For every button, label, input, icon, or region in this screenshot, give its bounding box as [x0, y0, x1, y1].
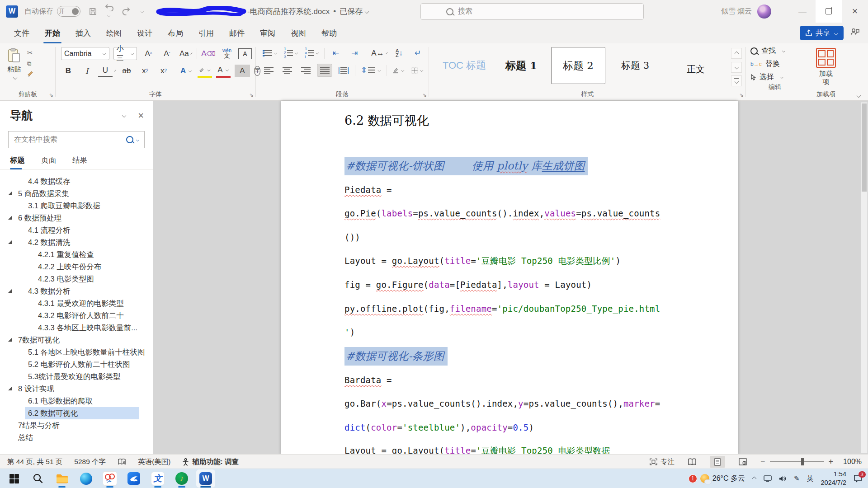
- font-name-select[interactable]: Cambria: [61, 47, 109, 60]
- word-app-icon[interactable]: W: [6, 5, 18, 18]
- collapse-triangle-icon[interactable]: [8, 338, 12, 342]
- section-heading[interactable]: 6.2 数据可视化: [344, 113, 675, 129]
- italic-button[interactable]: I: [80, 65, 94, 77]
- borders-button[interactable]: [410, 64, 425, 76]
- distribute-button[interactable]: ||: [336, 64, 351, 76]
- menu-tab-引用[interactable]: 引用: [191, 23, 222, 43]
- clock[interactable]: 1:54 2024/7/2: [821, 470, 846, 487]
- font-dialog-launcher[interactable]: ⇘: [249, 93, 254, 98]
- taskbar-search-icon[interactable]: [28, 469, 47, 488]
- nav-tab-页面[interactable]: 页面: [41, 155, 56, 169]
- numbered-list-button[interactable]: 123: [283, 47, 299, 59]
- nav-heading-item[interactable]: 4.2.1 重复值检查: [0, 249, 153, 261]
- taskbar-docsapp-icon[interactable]: 文: [148, 469, 167, 488]
- nav-heading-item[interactable]: 4.2.3 电影类型图: [0, 273, 153, 285]
- justify-button[interactable]: [317, 64, 332, 77]
- menu-tab-插入[interactable]: 插入: [68, 23, 99, 43]
- collapse-triangle-icon[interactable]: [8, 387, 12, 390]
- weather-widget[interactable]: 1 26°C 多云: [689, 474, 745, 483]
- autosave-toggle[interactable]: 开: [57, 6, 80, 17]
- input-language-indicator[interactable]: 英: [807, 474, 814, 483]
- align-center-button[interactable]: [280, 64, 294, 76]
- menu-tab-设计[interactable]: 设计: [129, 23, 160, 43]
- focus-mode-button[interactable]: 专注: [650, 457, 675, 467]
- collapse-triangle-icon[interactable]: [8, 289, 12, 293]
- bold-button[interactable]: B: [61, 65, 75, 77]
- nav-search-input[interactable]: 在文档中搜索: [8, 131, 145, 148]
- nav-pane-chevron[interactable]: [122, 113, 127, 118]
- clear-formatting-button[interactable]: A⌫: [201, 47, 216, 60]
- document-page[interactable]: 6.2 数据可视化 #数据可视化-饼状图 使用 plotly 库生成饼图Pied…: [281, 101, 738, 455]
- align-left-button[interactable]: [261, 64, 276, 76]
- nav-heading-item[interactable]: 4.3.3 各地区上映电影数量前...: [0, 322, 153, 334]
- phonetic-guide-button[interactable]: wén文: [220, 47, 234, 60]
- styles-more-button[interactable]: [731, 75, 742, 86]
- style-card-h2[interactable]: 标题 2: [551, 47, 605, 84]
- addins-button[interactable]: 加载项: [810, 47, 842, 89]
- language-status[interactable]: 英语(美国): [138, 457, 170, 467]
- taskbar-start-icon[interactable]: [5, 469, 24, 488]
- collapse-triangle-icon[interactable]: [8, 240, 12, 244]
- strikethrough-button[interactable]: ab: [119, 65, 134, 77]
- redo-button[interactable]: [122, 7, 131, 15]
- qat-customize-chevron[interactable]: [141, 9, 144, 13]
- styles-scroll-down-button[interactable]: [731, 62, 742, 73]
- menu-tab-开始[interactable]: 开始: [37, 23, 68, 43]
- select-button[interactable]: 选择: [750, 72, 802, 82]
- shading-button[interactable]: [391, 64, 406, 76]
- menu-tab-文件[interactable]: 文件: [6, 23, 37, 43]
- cut-button[interactable]: ✂: [27, 49, 34, 57]
- taskbar-word-icon[interactable]: W: [196, 469, 215, 488]
- undo-button[interactable]: [104, 3, 114, 19]
- nav-heading-item[interactable]: 4.1 流程分析: [0, 224, 153, 236]
- nav-heading-item[interactable]: 4.3.2 电影评价人数前二十: [0, 310, 153, 322]
- nav-heading-item[interactable]: 6 数据预处理: [0, 212, 153, 224]
- comments-icon[interactable]: [850, 28, 860, 38]
- styles-scroll-up-button[interactable]: [731, 48, 742, 59]
- zoom-in-button[interactable]: +: [829, 457, 834, 467]
- nav-heading-item[interactable]: 总结: [0, 432, 153, 444]
- restore-button[interactable]: [816, 0, 842, 23]
- underline-chevron[interactable]: [114, 70, 116, 72]
- nav-tab-结果[interactable]: 结果: [72, 155, 87, 169]
- character-shading-button[interactable]: A: [235, 65, 250, 77]
- increase-indent-button[interactable]: ⇥: [347, 47, 362, 59]
- nav-heading-item[interactable]: 8 设计实现: [0, 383, 153, 395]
- show-marks-button[interactable]: ↵: [410, 47, 425, 59]
- pen-tray-icon[interactable]: ✎: [794, 474, 800, 483]
- superscript-button[interactable]: x2: [156, 65, 171, 77]
- style-card-toc[interactable]: TOC 标题: [437, 47, 491, 84]
- user-name[interactable]: 似雪 烟云: [721, 7, 752, 16]
- font-color-button[interactable]: A: [216, 64, 231, 78]
- shrink-font-button[interactable]: Aˇ: [160, 47, 174, 60]
- saved-status[interactable]: 已保存: [340, 6, 363, 17]
- nav-heading-item[interactable]: 5.2 电影评价人数前二十柱状图: [0, 358, 153, 371]
- decrease-indent-button[interactable]: ⇤: [329, 47, 343, 59]
- nav-heading-item[interactable]: 4.4 数据缓存: [0, 175, 153, 188]
- accessibility-status[interactable]: 辅助功能: 调查: [182, 457, 238, 467]
- search-box[interactable]: 搜索: [420, 3, 644, 20]
- print-layout-button[interactable]: [710, 456, 725, 468]
- taskbar-snip-icon[interactable]: ✂: [100, 469, 119, 488]
- zoom-percentage[interactable]: 100%: [843, 458, 862, 466]
- menu-tab-布局[interactable]: 布局: [160, 23, 191, 43]
- paragraph-dialog-launcher[interactable]: ⇘: [422, 93, 427, 98]
- nav-search-chevron[interactable]: [136, 138, 139, 141]
- collapse-triangle-icon[interactable]: [8, 216, 12, 220]
- scrollbar-thumb[interactable]: [862, 103, 867, 192]
- subscript-button[interactable]: x2: [138, 65, 152, 77]
- page-number-status[interactable]: 第 44 页, 共 51 页: [7, 457, 62, 467]
- copy-button[interactable]: ⧉: [27, 60, 34, 67]
- line-spacing-button[interactable]: ⇕: [359, 64, 382, 76]
- tray-expand-chevron[interactable]: [752, 476, 757, 481]
- zoom-slider-thumb[interactable]: [801, 458, 804, 465]
- minimize-button[interactable]: —: [789, 0, 816, 23]
- taskbar-edge-icon[interactable]: [76, 469, 95, 488]
- share-button[interactable]: 共享: [800, 26, 844, 40]
- sort-button[interactable]: AZ↓: [392, 47, 406, 59]
- word-count-status[interactable]: 5289 个字: [74, 457, 106, 467]
- notification-center-button[interactable]: 3: [854, 474, 863, 483]
- menu-tab-邮件[interactable]: 邮件: [222, 23, 252, 43]
- font-size-select[interactable]: 小三: [113, 47, 137, 60]
- nav-heading-item[interactable]: 7结果与分析: [0, 419, 153, 432]
